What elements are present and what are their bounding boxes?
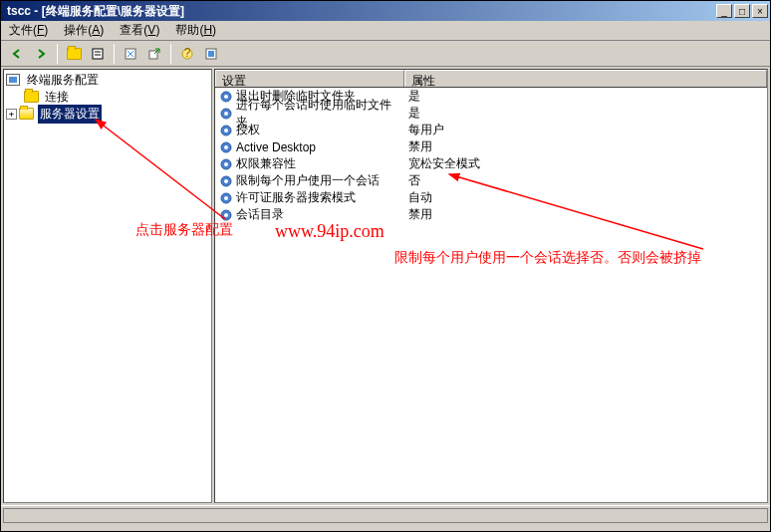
attr-value: 否: [404, 172, 767, 189]
attr-value: 是: [404, 105, 767, 122]
attr-value: 是: [404, 88, 767, 105]
export-button[interactable]: [143, 43, 165, 65]
tree-pane: 终端服务配置 连接 + 服务器设置: [3, 69, 212, 503]
close-button[interactable]: ×: [752, 4, 768, 18]
gear-icon: [219, 174, 233, 188]
forward-button[interactable]: [30, 43, 52, 65]
tree-node-settings[interactable]: + 服务器设置: [6, 106, 209, 123]
menu-file[interactable]: 文件(F): [1, 20, 56, 41]
statusbar: [1, 505, 770, 525]
gear-icon: [219, 191, 233, 205]
gear-icon: [219, 208, 233, 222]
attr-value: 禁用: [404, 138, 767, 155]
list-header: 设置 属性: [215, 70, 767, 88]
minimize-button[interactable]: _: [716, 4, 732, 18]
list-item[interactable]: 许可证服务器搜索模式自动: [215, 189, 767, 206]
list-item[interactable]: 进行每个会话时使用临时文件夹是: [215, 105, 767, 122]
gear-icon: [219, 107, 233, 121]
properties-icon[interactable]: [87, 43, 109, 65]
setting-label: 权限兼容性: [236, 155, 296, 172]
tree-node-conn[interactable]: 连接: [6, 89, 209, 106]
list-item[interactable]: 授权每用户: [215, 122, 767, 138]
titlebar: tscc - [终端服务配置\服务器设置] _ □ ×: [1, 1, 770, 21]
tree-root[interactable]: 终端服务配置: [6, 72, 209, 89]
list-item[interactable]: 权限兼容性宽松安全模式: [215, 155, 767, 172]
gear-icon: [219, 140, 233, 154]
refresh-button[interactable]: [120, 43, 141, 65]
setting-label: 授权: [236, 122, 260, 138]
list-item[interactable]: 限制每个用户使用一个会话否: [215, 172, 767, 189]
svg-rect-0: [93, 49, 103, 59]
setting-label: Active Desktop: [236, 140, 316, 154]
tree-settings-label: 服务器设置: [38, 105, 102, 124]
tool-icon[interactable]: [200, 43, 222, 65]
svg-text:?: ?: [184, 47, 191, 60]
svg-point-12: [224, 112, 228, 116]
svg-rect-8: [208, 51, 214, 57]
attr-value: 每用户: [404, 122, 767, 138]
attr-value: 自动: [404, 189, 767, 206]
col-attr[interactable]: 属性: [404, 70, 767, 87]
attr-value: 宽松安全模式: [404, 155, 767, 172]
maximize-button[interactable]: □: [734, 4, 750, 18]
svg-point-10: [224, 95, 228, 99]
svg-point-14: [224, 129, 228, 133]
col-setting[interactable]: 设置: [215, 70, 404, 87]
list-item[interactable]: Active Desktop禁用: [215, 138, 767, 155]
svg-point-16: [224, 145, 228, 149]
annotation-right: 限制每个用户使用一个会话选择否。否则会被挤掉: [394, 249, 701, 267]
menu-help[interactable]: 帮助(H): [167, 20, 224, 41]
svg-point-22: [224, 196, 228, 200]
annotation-url: www.94ip.com: [275, 221, 385, 242]
menu-action[interactable]: 操作(A): [56, 20, 112, 41]
menubar: 文件(F) 操作(A) 查看(V) 帮助(H): [1, 21, 770, 41]
gear-icon: [219, 90, 233, 104]
toolbar: ?: [1, 41, 770, 67]
svg-point-24: [224, 213, 228, 217]
window-title: tscc - [终端服务配置\服务器设置]: [3, 3, 714, 20]
help-icon[interactable]: ?: [176, 43, 198, 65]
gear-icon: [219, 124, 233, 137]
svg-point-20: [224, 179, 228, 183]
back-button[interactable]: [6, 43, 28, 65]
setting-label: 会话目录: [236, 206, 284, 223]
up-button[interactable]: [63, 43, 85, 65]
list-pane: 设置 属性 退出时删除临时文件夹是进行每个会话时使用临时文件夹是授权每用户Act…: [214, 69, 768, 503]
list-item[interactable]: 会话目录禁用: [215, 206, 767, 223]
attr-value: 禁用: [404, 206, 767, 223]
setting-label: 限制每个用户使用一个会话: [236, 172, 380, 189]
setting-label: 许可证服务器搜索模式: [236, 189, 356, 206]
gear-icon: [219, 157, 233, 171]
menu-view[interactable]: 查看(V): [112, 20, 167, 41]
svg-point-18: [224, 162, 228, 166]
tree-expand-icon[interactable]: +: [6, 109, 17, 120]
